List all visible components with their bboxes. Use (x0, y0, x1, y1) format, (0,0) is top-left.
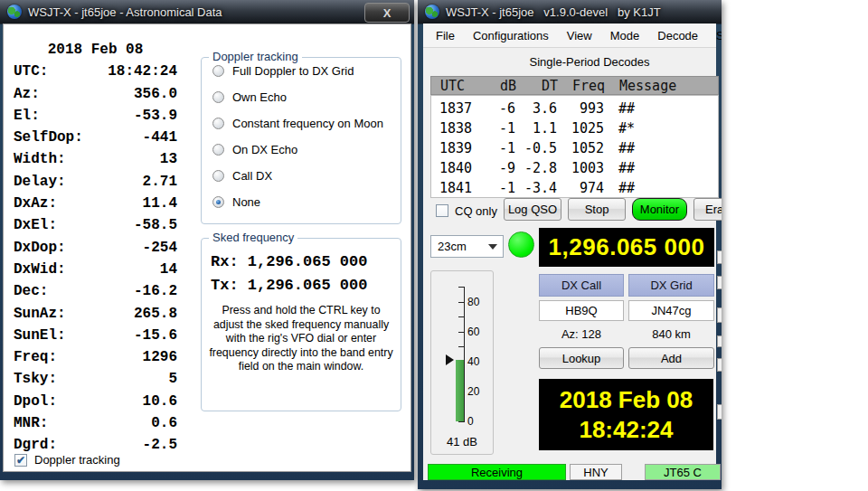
clipped-control-fragment (717, 358, 722, 372)
astro-row-dpol: Dpol:10.6 (14, 391, 177, 412)
log-qso-button[interactable]: Log QSO (504, 198, 561, 221)
doppler-checkbox-label: Doppler tracking (34, 453, 120, 467)
meter-tick-label: 60 (467, 326, 479, 338)
dx-azimuth-label: Az: 128 (539, 327, 624, 341)
doppler-tracking-group: Doppler tracking Full Doppler to DX Grid… (201, 57, 401, 224)
astro-row-dxdop: DxDop:-254 (14, 237, 177, 259)
table-row[interactable]: 1837 -6 3.6 993 ## (431, 99, 718, 118)
clipped-control-fragment (717, 307, 722, 323)
clipped-control-fragment (717, 276, 722, 289)
close-icon: X (383, 7, 392, 19)
astro-row-dec: Dec:-16.2 (14, 280, 177, 302)
astro-row-sunaz: SunAz:265.8 (14, 303, 177, 325)
meter-tick-label: 80 (467, 296, 479, 308)
status-receiving: Receiving (428, 464, 566, 480)
menu-mode[interactable]: Mode (601, 25, 649, 46)
table-row[interactable]: 1841 -1 -3.4 974 ## (431, 178, 718, 198)
menu-decode[interactable]: Decode (648, 25, 707, 46)
menu-configurations[interactable]: Configurations (464, 25, 558, 46)
main-window-title: WSJT-X - jt65joe v1.9.0-devel by K1JT (446, 5, 661, 19)
astro-row-dxaz: DxAz:11.4 (14, 193, 177, 214)
clock-time: 18:42:24 (579, 415, 673, 445)
signal-meter: 80 60 40 20 0 41 dB (430, 270, 494, 455)
sked-group-title: Sked frequency (209, 231, 297, 244)
astro-row-utc: UTC:18:42:24 (14, 61, 177, 82)
doppler-group-title: Doppler tracking (209, 50, 302, 63)
radio-own-echo[interactable]: Own Echo (212, 84, 401, 110)
dx-distance-label: 840 km (628, 327, 714, 341)
radio-selected-icon[interactable] (212, 196, 224, 208)
table-row[interactable]: 1839 -1 -0.5 1052 ## (431, 138, 718, 158)
erase-button[interactable]: Erase (693, 198, 722, 221)
table-row[interactable]: 1838 -1 1.1 1025 #* (431, 118, 718, 138)
astronomical-data-window: WSJT-X - jt65joe - Astronomical Data X 2… (0, 0, 414, 480)
table-row[interactable]: 1840 -9 -2.8 1003 ## (431, 158, 718, 178)
sked-rx-frequency: Rx: 1,296.065 000 (211, 253, 401, 270)
dx-grid-field[interactable]: JN47cg (628, 300, 714, 321)
meter-tick-label: 0 (467, 415, 474, 428)
main-titlebar[interactable]: WSJT-X - jt65joe v1.9.0-devel by K1JT (418, 0, 722, 24)
astro-row-delay: Delay:2.71 (14, 171, 177, 193)
band-selected-value: 23cm (438, 240, 467, 253)
band-select[interactable]: 23cm (430, 235, 504, 258)
dx-call-field[interactable]: HB9Q (539, 300, 624, 321)
band-status-indicator (508, 231, 534, 258)
stop-button[interactable]: Stop (568, 198, 626, 221)
dx-grid-header: DX Grid (628, 274, 714, 297)
astro-row-width: Width:13 (14, 148, 177, 170)
close-button[interactable]: X (364, 3, 410, 23)
radio-icon[interactable] (212, 144, 224, 156)
radio-on-dx-echo[interactable]: On DX Echo (212, 137, 401, 163)
clipped-control-fragment (717, 250, 722, 264)
cq-only-label: CQ only (455, 204, 497, 218)
checkbox-checked-icon[interactable]: ✔ (14, 454, 27, 467)
radio-call-dx[interactable]: Call DX (212, 163, 401, 189)
frequency-display: 1,296.065 000 (539, 228, 714, 267)
wsjtx-globe-icon (425, 5, 439, 19)
astro-titlebar[interactable]: WSJT-X - jt65joe - Astronomical Data X (0, 0, 414, 24)
astro-row-mnr: MNR:0.6 (14, 412, 177, 434)
monitor-button[interactable]: Monitor (632, 198, 687, 221)
astro-row-sunel: SunEl:-15.6 (14, 325, 177, 346)
sked-help-text: Press and hold the CTRL key to adjust th… (202, 300, 401, 374)
sked-tx-frequency: Tx: 1,296.065 000 (211, 277, 401, 294)
sked-frequency-group: Sked frequency Rx: 1,296.065 000 Tx: 1,2… (201, 238, 401, 411)
radio-icon[interactable] (212, 170, 224, 182)
meter-level-bar (456, 360, 464, 421)
utc-clock: 2018 Feb 08 18:42:24 (539, 379, 713, 450)
menu-view[interactable]: View (558, 25, 601, 46)
radio-icon[interactable] (212, 91, 224, 103)
doppler-tracking-checkbox-row[interactable]: ✔ Doppler tracking (14, 453, 120, 467)
meter-marker-icon (446, 354, 454, 365)
status-hny: HNY (570, 464, 622, 480)
wsjtx-main-window: WSJT-X - jt65joe v1.9.0-devel by K1JT Fi… (418, 0, 722, 489)
astro-row-freq: Freq:1296 (14, 346, 177, 368)
meter-tick-label: 40 (467, 355, 479, 368)
meter-level-label: 41 dB (431, 435, 493, 449)
radio-icon[interactable] (212, 118, 224, 129)
meter-tick-label: 20 (467, 385, 479, 398)
wsjtx-globe-icon (7, 5, 22, 19)
astro-window-title: WSJT-X - jt65joe - Astronomical Data (28, 5, 222, 19)
menu-file[interactable]: File (427, 25, 464, 46)
decode-table: 1837 -6 3.6 993 ## 1838 -1 1.1 1025 #* 1… (430, 95, 719, 198)
radio-constant-freq-moon[interactable]: Constant frequency on Moon (212, 110, 401, 137)
clipped-control-fragment (717, 335, 722, 347)
astro-row-dxwid: DxWid:14 (14, 259, 177, 280)
menu-bar: File Configurations View Mode Decode Sav… (423, 24, 716, 48)
radio-icon[interactable] (212, 65, 224, 77)
lookup-button[interactable]: Lookup (539, 347, 624, 369)
astro-data-list: 2018 Feb 08 UTC:18:42:24 Az:356.0 El:-53… (14, 39, 177, 457)
astro-row-tsky: Tsky:5 (14, 368, 177, 390)
clock-date: 2018 Feb 08 (560, 385, 693, 415)
astro-date: 2018 Feb 08 (14, 39, 177, 61)
dx-call-header: DX Call (539, 274, 624, 297)
meter-axis (464, 287, 465, 422)
single-period-decodes-title: Single-Period Decodes (436, 55, 722, 69)
radio-none[interactable]: None (212, 189, 401, 215)
menu-save[interactable]: Save (707, 25, 722, 46)
astro-row-selfdop: SelfDop:-441 (14, 127, 177, 148)
astro-row-az: Az:356.0 (14, 83, 177, 105)
cq-only-checkbox[interactable] (436, 204, 448, 217)
add-button[interactable]: Add (628, 347, 714, 369)
